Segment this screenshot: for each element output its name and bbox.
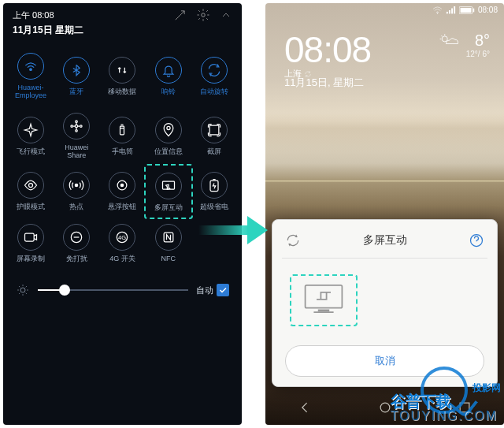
brightness-auto-toggle[interactable]: 自动 bbox=[196, 284, 229, 296]
nav-back-icon[interactable] bbox=[298, 400, 313, 415]
qs-tile-label: 超级省电 bbox=[200, 203, 228, 210]
svg-point-13 bbox=[121, 184, 124, 187]
svg-rect-7 bbox=[120, 126, 124, 135]
svg-point-3 bbox=[71, 125, 73, 127]
svg-text:4G: 4G bbox=[118, 233, 126, 240]
brightness-row: 自动 bbox=[3, 272, 242, 308]
status-time: 08:08 bbox=[478, 6, 498, 14]
lock-screen: t u y i n g . c o m 08:08 08:08 上海 11月15… bbox=[265, 3, 504, 425]
qs-tile-cast[interactable]: 多屏互动 bbox=[144, 164, 193, 218]
qs-tile-record[interactable]: 屏幕录制 bbox=[8, 218, 54, 269]
svg-rect-35 bbox=[313, 311, 333, 313]
qs-tile-label: 免打扰 bbox=[66, 255, 87, 262]
svg-rect-22 bbox=[198, 225, 249, 235]
svg-rect-25 bbox=[449, 10, 450, 13]
qs-tile-bluetooth[interactable]: 蓝牙 bbox=[54, 47, 99, 106]
qs-tile-label: NFC bbox=[161, 255, 176, 262]
screenshot-icon bbox=[201, 117, 228, 143]
qs-tile-label: 多屏互动 bbox=[154, 203, 183, 211]
rotate-icon bbox=[201, 57, 228, 84]
hotspot-icon bbox=[63, 172, 90, 199]
qs-tile-share[interactable]: Huawei Share bbox=[54, 106, 99, 166]
lock-clock: 08:08 上海 bbox=[284, 28, 371, 80]
qs-tile-label: 护眼模式 bbox=[17, 203, 45, 210]
qs-tile-battery[interactable]: 超级省电 bbox=[191, 166, 237, 217]
qs-tile-nfc[interactable]: NFC bbox=[146, 218, 191, 269]
qs-tile-label: 位置信息 bbox=[154, 147, 183, 155]
weather-widget[interactable]: 8° 12°/ 6° bbox=[438, 32, 490, 58]
qs-tile-airplane[interactable]: 飞行模式 bbox=[8, 106, 54, 166]
qs-tile-label: Huawei- Employee bbox=[15, 84, 46, 100]
location-icon bbox=[155, 117, 182, 143]
qs-tile-eye[interactable]: 护眼模式 bbox=[8, 166, 54, 217]
qs-tile-dnd[interactable]: 免打扰 bbox=[54, 218, 99, 269]
qs-tile-location[interactable]: 位置信息 bbox=[146, 106, 191, 166]
status-time: 上午 08:08 bbox=[13, 9, 54, 21]
qs-tile-label: 蓝牙 bbox=[69, 87, 83, 95]
svg-rect-34 bbox=[318, 310, 329, 312]
qs-tile-float[interactable]: 悬浮按钮 bbox=[99, 166, 145, 217]
battery-icon bbox=[459, 6, 475, 14]
svg-rect-24 bbox=[447, 11, 448, 13]
qs-tile-bell[interactable]: 响铃 bbox=[146, 47, 191, 106]
brightness-icon bbox=[16, 283, 30, 297]
svg-point-0 bbox=[202, 13, 206, 17]
brightness-slider[interactable] bbox=[38, 289, 188, 291]
qs-tile-data[interactable]: 移动数据 bbox=[99, 47, 145, 106]
qs-tile-label: 移动数据 bbox=[108, 87, 136, 95]
qs-tile-label: 热点 bbox=[69, 203, 83, 210]
qs-tile-hotspot[interactable]: 热点 bbox=[54, 166, 99, 217]
watermark-text: 谷普下载 TOUYING.COM bbox=[391, 391, 498, 420]
float-icon bbox=[109, 172, 135, 199]
collapse-icon[interactable] bbox=[220, 9, 232, 21]
torch-icon bbox=[109, 117, 135, 143]
svg-point-4 bbox=[80, 125, 83, 127]
svg-point-10 bbox=[29, 184, 33, 188]
refresh-icon[interactable] bbox=[285, 233, 301, 248]
battery-icon bbox=[201, 172, 228, 199]
svg-rect-30 bbox=[473, 8, 475, 12]
wifi-icon bbox=[17, 53, 44, 80]
svg-point-2 bbox=[76, 125, 78, 127]
svg-point-6 bbox=[76, 129, 78, 132]
cast-device[interactable] bbox=[290, 274, 358, 326]
cast-dialog: 多屏互动 取消 bbox=[272, 219, 498, 387]
svg-point-8 bbox=[167, 126, 170, 129]
svg-rect-27 bbox=[454, 6, 455, 13]
svg-point-31 bbox=[442, 36, 447, 42]
qs-tile-rotate[interactable]: 自动旋转 bbox=[191, 47, 237, 106]
qs-tile-screenshot[interactable]: 截屏 bbox=[191, 106, 237, 166]
weather-icon bbox=[438, 32, 460, 50]
qs-tile-wifi[interactable]: Huawei- Employee bbox=[8, 47, 54, 106]
cast-icon bbox=[155, 173, 182, 199]
qs-tile-4g[interactable]: 4G4G 开关 bbox=[99, 218, 145, 269]
svg-point-5 bbox=[76, 121, 78, 123]
qs-tile-label: 截屏 bbox=[207, 147, 221, 155]
svg-point-36 bbox=[380, 403, 390, 412]
qs-tile-label: 自动旋转 bbox=[200, 87, 228, 95]
qs-tile-label: 屏幕录制 bbox=[17, 255, 45, 262]
edit-icon[interactable] bbox=[173, 9, 187, 22]
gear-icon[interactable] bbox=[196, 8, 210, 22]
help-icon[interactable] bbox=[469, 233, 484, 248]
svg-point-1 bbox=[30, 69, 32, 71]
4g-icon: 4G bbox=[109, 224, 135, 251]
qs-tile-label: 4G 开关 bbox=[109, 255, 135, 262]
svg-point-23 bbox=[437, 12, 439, 13]
checkmark-icon bbox=[217, 284, 229, 296]
status-row: 上午 08:08 bbox=[3, 3, 242, 24]
status-bar: 08:08 bbox=[265, 3, 504, 17]
lock-date: 11月15日, 星期二 bbox=[284, 76, 364, 90]
svg-rect-16 bbox=[25, 233, 35, 241]
signal-icon bbox=[446, 6, 456, 14]
nfc-icon bbox=[155, 224, 182, 251]
wifi-icon bbox=[432, 6, 443, 14]
svg-rect-33 bbox=[306, 285, 343, 308]
svg-point-21 bbox=[20, 288, 25, 292]
svg-rect-29 bbox=[461, 7, 472, 12]
share-icon bbox=[63, 113, 90, 140]
svg-point-11 bbox=[76, 184, 78, 187]
arrow-icon bbox=[198, 213, 269, 247]
qs-tile-torch[interactable]: 手电筒 bbox=[99, 106, 145, 166]
dialog-title: 多屏互动 bbox=[301, 233, 469, 247]
